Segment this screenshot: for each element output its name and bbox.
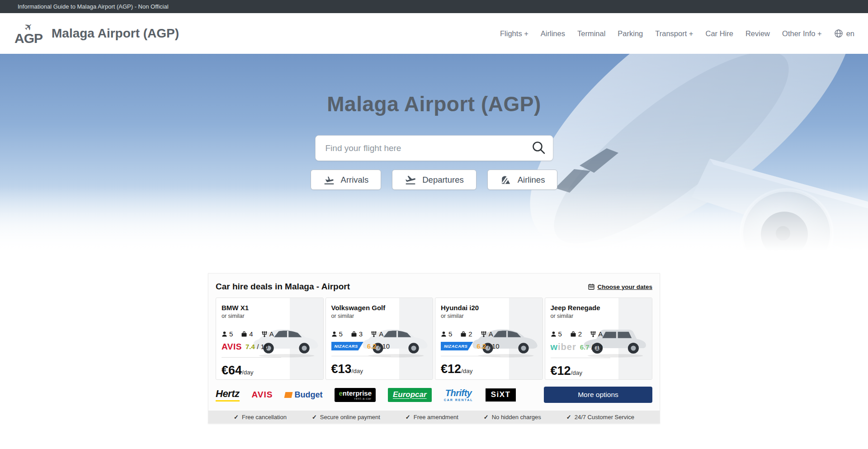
benefit-item: ✓No hidden charges <box>484 414 541 421</box>
hero-title: Malaga Airport (AGP) <box>0 54 868 116</box>
supplier-rating: NIZACARS 6.2 / 10 <box>441 342 537 350</box>
price-total: €37 · 3 days <box>441 378 537 380</box>
supplier-rating-value: 6.7 <box>580 343 590 351</box>
check-icon: ✓ <box>566 414 571 421</box>
car-name: Jeep Renegade <box>551 304 647 312</box>
price-per-day-suffix: /day <box>571 369 583 376</box>
seats-count: 5 <box>229 330 233 338</box>
plane-landing-icon <box>323 174 335 186</box>
europcar-logo: Europcar <box>388 388 432 402</box>
flight-search <box>315 135 553 161</box>
seats-count: 5 <box>448 330 452 338</box>
seats-icon <box>331 331 337 337</box>
airlines-button[interactable]: Airlines <box>487 170 558 190</box>
departures-label: Departures <box>422 175 464 185</box>
nav-item-airlines[interactable]: Airlines <box>541 29 565 38</box>
seats-icon <box>441 331 447 337</box>
luggage-icon <box>241 331 247 337</box>
budget-logo: Budget <box>285 390 322 400</box>
check-icon: ✓ <box>312 414 317 421</box>
check-icon: ✓ <box>406 414 410 421</box>
nav-item-transport[interactable]: Transport + <box>655 29 693 38</box>
plane-takeoff-icon <box>405 174 416 186</box>
nav-item-terminal[interactable]: Terminal <box>577 29 605 38</box>
choose-dates-link[interactable]: Choose your dates <box>588 284 652 290</box>
car-deal-card-vw-golf[interactable]: Volkswagen Golf or similar 5 3 A NIZACAR… <box>326 298 434 380</box>
seats-count: 5 <box>558 330 562 338</box>
globe-icon <box>834 29 843 38</box>
check-icon: ✓ <box>484 414 489 421</box>
nav-item-review[interactable]: Review <box>745 29 770 38</box>
car-similar: or similar <box>551 313 647 319</box>
price-per-day: €13 <box>331 362 352 376</box>
bags-count: 3 <box>359 330 363 338</box>
nav-item-flights[interactable]: Flights + <box>500 29 528 38</box>
arrivals-button[interactable]: Arrivals <box>311 170 382 190</box>
rating-out-of: / 10 <box>488 342 500 350</box>
benefits-strip: ✓Free cancellation ✓Secure online paymen… <box>208 411 660 423</box>
nav-item-car-hire[interactable]: Car Hire <box>706 29 733 38</box>
hero-section: Malaga Airport (AGP) Arrivals <box>0 54 868 255</box>
language-selector[interactable]: en <box>834 29 854 38</box>
car-specs: 5 4 A <box>222 330 289 338</box>
flight-search-input[interactable] <box>315 135 553 161</box>
luggage-icon <box>351 331 357 337</box>
card-divider <box>222 357 281 358</box>
transmission-icon <box>371 331 377 337</box>
car-specs: 5 2 A <box>441 330 509 338</box>
more-options-button[interactable]: More options <box>544 387 652 403</box>
supplier-logo-nizacars: NIZACARS <box>331 342 363 350</box>
seats-icon <box>551 331 557 337</box>
price-per-day-suffix: /day <box>461 368 473 374</box>
benefit-item: ✓Free cancellation <box>234 414 287 421</box>
rating-out-of: / 10 <box>378 342 390 350</box>
car-hire-section: Car hire deals in Malaga - Airport Choos… <box>208 273 660 424</box>
supplier-logo-nizacars: NIZACARS <box>441 342 473 350</box>
hertz-logo: Hertz <box>216 388 240 402</box>
search-button[interactable] <box>531 140 547 156</box>
choose-dates-label: Choose your dates <box>597 284 652 290</box>
car-hire-header: Car hire deals in Malaga - Airport Choos… <box>208 274 660 298</box>
rating-out-of: / 10 <box>257 343 268 350</box>
car-similar: or similar <box>441 313 537 319</box>
transmission-icon <box>481 331 487 337</box>
airlines-label: Airlines <box>518 175 545 185</box>
nav-item-other-info[interactable]: Other Info + <box>782 29 822 38</box>
car-specs: 5 2 A <box>551 330 618 338</box>
calendar-icon <box>588 284 594 290</box>
supplier-rating: NIZACARS 6.2 / 10 <box>331 342 428 350</box>
suppliers-row: Hertz AVIS Budget enterprise rent-a-car … <box>208 380 660 411</box>
departures-button[interactable]: Departures <box>392 170 476 190</box>
nav-item-parking[interactable]: Parking <box>618 29 643 38</box>
car-deal-card-bmw-x1[interactable]: BMW X1 or similar 5 4 A AVIS 7.4 / 10 €6… <box>216 298 324 380</box>
transmission-type: A <box>598 330 603 338</box>
car-similar: or similar <box>331 313 428 319</box>
price-total: €39 · 3 days <box>331 378 428 380</box>
rating-out-of: / 10 <box>591 343 603 351</box>
site-header: ✈ AGP Malaga Airport (AGP) Flights + Air… <box>0 13 868 54</box>
transmission-type: A <box>379 330 383 338</box>
site-title: Malaga Airport (AGP) <box>52 26 179 41</box>
car-hire-title: Car hire deals in Malaga - Airport <box>216 282 350 292</box>
site-logo[interactable]: ✈ AGP <box>14 21 43 46</box>
bags-count: 4 <box>249 330 253 338</box>
transmission-icon <box>261 331 268 337</box>
main-nav: Flights + Airlines Terminal Parking Tran… <box>500 29 854 38</box>
supplier-rating-value: 7.4 <box>245 343 255 350</box>
seats-count: 5 <box>339 330 343 338</box>
arrivals-label: Arrivals <box>341 175 369 185</box>
price-per-day: €12 <box>441 362 461 376</box>
luggage-icon <box>460 331 467 337</box>
car-deals-row: BMW X1 or similar 5 4 A AVIS 7.4 / 10 €6… <box>208 298 660 380</box>
transmission-icon <box>590 331 596 337</box>
card-divider <box>331 356 391 356</box>
benefit-item: ✓Secure online payment <box>312 414 380 421</box>
supplier-rating-value: 6.2 <box>367 342 377 350</box>
seats-icon <box>222 331 227 337</box>
benefit-item: ✓24/7 Customer Service <box>566 414 634 421</box>
enterprise-logo: enterprise rent-a-car <box>335 388 376 402</box>
supplier-logo-avis: AVIS <box>222 342 242 352</box>
check-icon: ✓ <box>234 414 239 421</box>
car-deal-card-hyundai-i20[interactable]: Hyundai i20 or similar 5 2 A NIZACARS 6.… <box>435 298 543 380</box>
car-deal-card-jeep-renegade[interactable]: Jeep Renegade or similar 5 2 A wiber 6.7… <box>545 298 653 380</box>
